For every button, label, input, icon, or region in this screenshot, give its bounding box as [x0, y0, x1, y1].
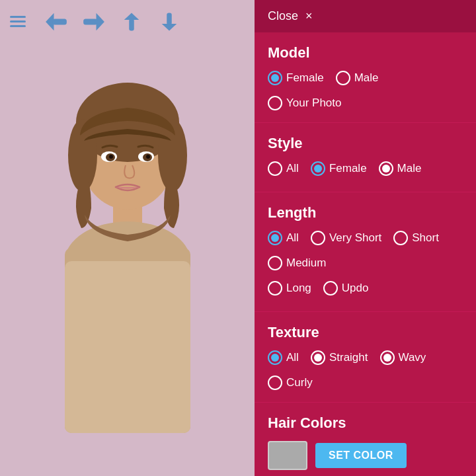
length-option-short[interactable]: Short — [393, 231, 439, 245]
length-long-radio[interactable] — [268, 281, 282, 296]
length-option-long[interactable]: Long — [268, 281, 311, 296]
style-option-female[interactable]: Female — [311, 161, 367, 176]
set-color-button[interactable]: SET COLOR — [315, 443, 407, 468]
svg-rect-7 — [167, 13, 172, 24]
svg-point-21 — [146, 155, 150, 159]
texture-wavy-label: Wavy — [399, 351, 426, 364]
length-section: Length All Very Short Short Medium Long — [255, 192, 476, 312]
style-male-label: Male — [397, 162, 422, 175]
style-all-radio[interactable] — [268, 161, 282, 176]
model-option-your-photo[interactable]: Your Photo — [268, 96, 451, 110]
right-panel: Close × Model Female Male Your Photo Sty… — [255, 0, 476, 476]
arrow-down-button[interactable] — [155, 10, 183, 34]
hair-colors-title: Hair Colors — [268, 415, 463, 432]
texture-wavy-radio[interactable] — [380, 350, 395, 365]
svg-marker-2 — [97, 13, 104, 30]
close-bar: Close × — [255, 0, 476, 32]
length-all-radio[interactable] — [268, 231, 282, 245]
toolbar — [0, 0, 255, 43]
length-option-very-short[interactable]: Very Short — [311, 231, 381, 245]
length-veryshort-label: Very Short — [329, 231, 381, 245]
texture-option-wavy[interactable]: Wavy — [380, 350, 426, 365]
length-updo-radio[interactable] — [323, 281, 338, 296]
length-radio-group: All Very Short Short Medium Long Updo — [268, 231, 463, 299]
model-radio-group: Female Male Your Photo — [268, 71, 463, 110]
length-short-label: Short — [412, 231, 439, 245]
texture-option-curly[interactable]: Curly — [268, 376, 451, 390]
length-option-all[interactable]: All — [268, 231, 299, 245]
hamburger-menu-icon[interactable] — [10, 16, 26, 27]
svg-point-20 — [109, 155, 113, 159]
model-male-radio[interactable] — [336, 71, 350, 85]
model-female-label: Female — [286, 71, 324, 85]
svg-marker-4 — [124, 13, 139, 20]
svg-rect-3 — [83, 19, 97, 24]
texture-straight-label: Straight — [329, 351, 368, 364]
texture-all-label: All — [286, 351, 299, 364]
texture-all-radio[interactable] — [268, 350, 282, 365]
left-panel — [0, 0, 255, 476]
style-option-male[interactable]: Male — [379, 161, 422, 176]
svg-rect-5 — [129, 19, 134, 30]
style-section-title: Style — [268, 135, 463, 152]
texture-radio-group: All Straight Wavy Curly — [268, 350, 463, 390]
model-male-label: Male — [354, 71, 379, 85]
texture-straight-radio[interactable] — [311, 350, 325, 365]
length-medium-radio[interactable] — [268, 256, 282, 270]
length-all-label: All — [286, 231, 299, 245]
svg-rect-1 — [53, 19, 67, 24]
model-option-male[interactable]: Male — [336, 71, 379, 85]
close-button[interactable]: Close × — [268, 9, 313, 23]
style-section: Style All Female Male — [255, 123, 476, 192]
svg-rect-11 — [65, 261, 190, 433]
style-radio-group: All Female Male — [268, 161, 463, 180]
color-picker-row: SET COLOR — [268, 441, 463, 470]
arrow-left-button[interactable] — [42, 10, 70, 34]
length-veryshort-radio[interactable] — [311, 231, 325, 245]
texture-curly-label: Curly — [286, 376, 313, 389]
texture-section: Texture All Straight Wavy Curly — [255, 312, 476, 403]
model-yourphoto-label: Your Photo — [286, 97, 342, 110]
style-female-label: Female — [329, 162, 367, 175]
texture-option-straight[interactable]: Straight — [311, 350, 368, 365]
arrow-up-button[interactable] — [118, 10, 145, 34]
style-female-radio[interactable] — [311, 161, 325, 176]
texture-curly-radio[interactable] — [268, 376, 282, 390]
style-all-label: All — [286, 162, 299, 175]
length-updo-label: Updo — [342, 282, 369, 295]
texture-section-title: Texture — [268, 324, 463, 341]
color-swatch[interactable] — [268, 441, 307, 470]
svg-marker-6 — [162, 24, 177, 31]
model-option-female[interactable]: Female — [268, 71, 324, 85]
model-female-radio[interactable] — [268, 71, 282, 85]
model-section-title: Model — [268, 44, 463, 61]
length-short-radio[interactable] — [393, 231, 408, 245]
length-medium-label: Medium — [286, 257, 326, 270]
length-section-title: Length — [268, 204, 463, 221]
length-long-label: Long — [286, 282, 311, 295]
texture-option-all[interactable]: All — [268, 350, 299, 365]
arrow-right-button[interactable] — [80, 10, 108, 34]
model-preview-area — [0, 43, 255, 476]
hair-colors-section: Hair Colors SET COLOR TRY ON GRAY HAIR — [255, 403, 476, 476]
length-option-medium[interactable]: Medium — [268, 256, 451, 270]
model-section: Model Female Male Your Photo — [255, 32, 476, 123]
svg-marker-0 — [46, 13, 54, 30]
length-option-updo[interactable]: Updo — [323, 281, 369, 296]
style-male-radio[interactable] — [379, 161, 393, 176]
style-option-all[interactable]: All — [268, 161, 299, 176]
model-yourphoto-radio[interactable] — [268, 96, 282, 110]
